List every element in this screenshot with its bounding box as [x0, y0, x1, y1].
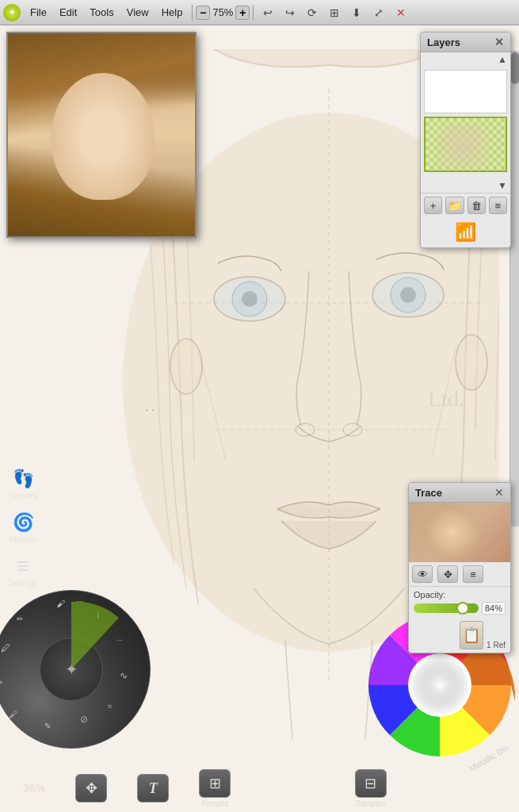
move-tool[interactable]: ✥ [75, 774, 107, 802]
svg-point-5 [232, 282, 267, 316]
ref-document-icon[interactable]: 📋 [460, 621, 483, 649]
opacity-slider[interactable] [414, 603, 479, 613]
zoom-minus-button[interactable]: − [196, 6, 210, 20]
trace-opacity-section: Opacity: 84% [409, 587, 510, 618]
svg-point-11 [343, 423, 362, 436]
delete-layer-button[interactable]: 🗑 [467, 197, 486, 214]
menu-edit[interactable]: Edit [53, 5, 83, 20]
menu-separator-2 [253, 5, 254, 21]
trace-controls-bar: 👁 ✥ ≡ [409, 562, 510, 587]
folder-button[interactable]: 📁 [445, 197, 464, 214]
trace-options-button[interactable]: ≡ [463, 565, 483, 583]
close-menu-icon[interactable]: ✕ [391, 3, 410, 22]
layers-actions-bar: + 📁 🗑 ≡ [421, 193, 510, 217]
trace-ref-section: 📋 1 Ref [409, 618, 510, 653]
trace-panel: Trace ✕ 👁 ✥ ≡ Opacity: 84% 📋 1 Ref [408, 482, 511, 653]
menu-separator-1 [192, 5, 193, 21]
add-layer-button[interactable]: + [424, 197, 442, 214]
opacity-slider-handle[interactable] [456, 602, 469, 615]
fullscreen-icon[interactable]: ⤢ [369, 3, 388, 22]
trace-visibility-button[interactable]: 👁 [412, 565, 433, 583]
wifi-icon: 📶 [455, 222, 476, 243]
svg-point-10 [296, 423, 315, 436]
app-icon: ✦ [3, 4, 21, 21]
download-icon[interactable]: ⬇ [347, 3, 366, 22]
menu-help[interactable]: Help [155, 5, 189, 20]
settings-icon: ≡ [8, 553, 38, 579]
trace-thumb-face [425, 507, 480, 558]
move-icon: ✥ [75, 774, 107, 802]
presets-label: Presets [202, 799, 229, 808]
samples-label: Samples [355, 799, 386, 808]
tool-wheel[interactable]: 🖌 ✏ 🖊 ✒ 🖋 ✎ ⊘ ≈ ∿ ⌒ ⌇ ⋯ ✦ [0, 582, 158, 756]
layers-panel: Layers ✕ ▲ ▼ + 📁 🗑 ≡ 📶 [420, 32, 511, 248]
svg-point-13 [456, 335, 487, 390]
svg-point-16 [410, 655, 470, 715]
ref-photo-face [52, 73, 155, 200]
undo-icon[interactable]: ↩ [258, 3, 277, 22]
trace-thumbnail [409, 503, 510, 562]
text-icon: T [137, 774, 169, 802]
left-panel: 👣 Stickers 🌀 Stencils ≡ Settings [0, 462, 46, 592]
reference-photo [6, 32, 197, 238]
opacity-row: 84% [414, 602, 506, 615]
stencils-icon: 🌀 [8, 510, 38, 535]
svg-text:Ltd.: Ltd. [428, 386, 464, 411]
opacity-value-display: 84% [482, 602, 506, 615]
redo-icon[interactable]: ↪ [280, 3, 300, 22]
rotate-icon[interactable]: ⟳ [303, 3, 322, 22]
trace-panel-header: Trace ✕ [409, 483, 510, 503]
svg-point-4 [214, 277, 285, 321]
ref-count-label: 1 Ref [487, 641, 506, 649]
bottom-toolbar: 36% ✥ T ⊞ Presets ⊟ Samples [0, 764, 519, 812]
canvas-crosshair-indicator: · · [145, 403, 155, 416]
layers-close-button[interactable]: ✕ [494, 36, 504, 48]
trace-close-button[interactable]: ✕ [494, 486, 504, 499]
layers-content [421, 67, 510, 178]
trace-move-button[interactable]: ✥ [437, 565, 458, 583]
menu-tools[interactable]: Tools [83, 5, 120, 20]
trace-title: Trace [415, 487, 442, 499]
menu-bar: ✦ File Edit Tools View Help − 75% + ↩ ↪ … [0, 0, 519, 25]
opacity-label: Opacity: [414, 590, 506, 599]
scroll-up-arrow[interactable]: ▲ [498, 54, 507, 65]
layers-scroll-down: ▼ [421, 178, 510, 193]
svg-point-6 [242, 291, 258, 307]
layers-wifi-section: 📶 [421, 217, 510, 247]
layers-panel-header: Layers ✕ [421, 33, 510, 52]
svg-point-7 [372, 273, 444, 317]
ref-photo-inner [8, 33, 195, 236]
layers-menu-button[interactable]: ≡ [489, 197, 507, 214]
zoom-level-display: 36% [23, 782, 45, 795]
ref-icon-glyph: 📋 [463, 626, 480, 644]
layer-thumb-face [437, 122, 489, 170]
zoom-value-display: 75% [210, 6, 235, 18]
stickers-icon: 👣 [8, 466, 38, 492]
scroll-thumb[interactable] [511, 52, 519, 84]
stickers-label: Stickers [9, 492, 37, 500]
menu-file[interactable]: File [24, 5, 53, 20]
svg-point-9 [400, 287, 416, 303]
svg-point-8 [391, 278, 426, 312]
text-tool[interactable]: T [137, 774, 169, 802]
grid-icon[interactable]: ⊞ [325, 3, 344, 22]
layer-empty-item[interactable] [424, 70, 507, 113]
svg-point-12 [170, 339, 202, 394]
scroll-down-arrow[interactable]: ▼ [498, 180, 507, 191]
layer-thumbnail-item[interactable] [424, 117, 507, 172]
stickers-tool[interactable]: 👣 Stickers [0, 462, 46, 505]
stencils-tool[interactable]: 🌀 Stencils [0, 505, 46, 549]
wheel-selection-svg [0, 590, 151, 749]
samples-tool[interactable]: ⊟ Samples [355, 769, 387, 808]
stencils-label: Stencils [9, 535, 36, 544]
zoom-plus-button[interactable]: + [235, 6, 250, 20]
presets-tool[interactable]: ⊞ Presets [199, 769, 231, 808]
layers-title: Layers [427, 36, 460, 48]
presets-icon: ⊞ [199, 769, 231, 798]
layers-scroll-up: ▲ [421, 52, 510, 67]
menu-view[interactable]: View [120, 5, 155, 20]
samples-icon: ⊟ [355, 769, 387, 798]
